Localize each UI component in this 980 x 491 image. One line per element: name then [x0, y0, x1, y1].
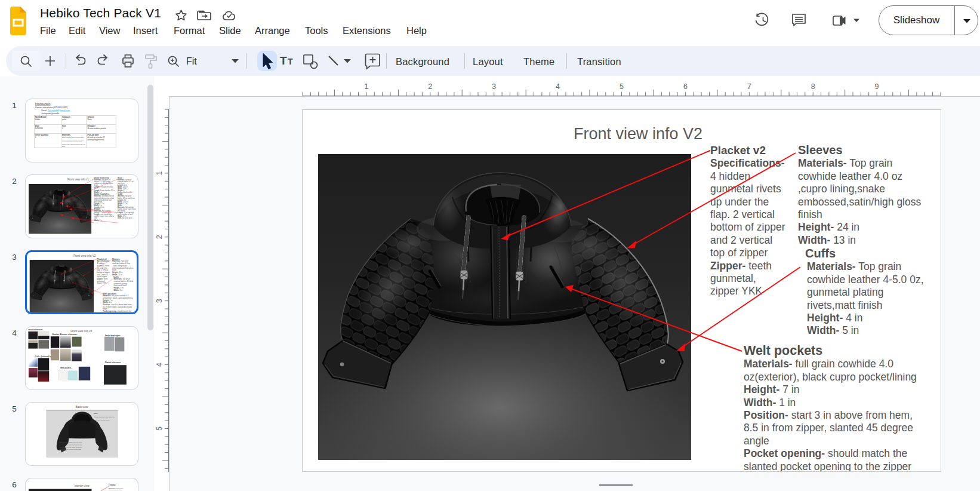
- svg-text:Fit: Fit: [186, 56, 197, 66]
- svg-text:T: T: [288, 57, 293, 66]
- svg-text:T: T: [280, 54, 287, 67]
- svg-text:5: 5: [155, 426, 164, 431]
- svg-text:1: 1: [155, 171, 164, 175]
- svg-text:4: 4: [155, 363, 164, 367]
- svg-text:1: 1: [364, 82, 368, 91]
- svg-text:3: 3: [492, 82, 496, 91]
- svg-text:2: 2: [155, 235, 164, 239]
- svg-text:7: 7: [747, 82, 751, 91]
- svg-text:8: 8: [811, 82, 815, 91]
- svg-text:2: 2: [428, 82, 432, 91]
- svg-text:9: 9: [875, 82, 879, 91]
- svg-text:3: 3: [155, 299, 164, 303]
- svg-text:4: 4: [556, 82, 560, 91]
- svg-text:6: 6: [683, 82, 688, 91]
- svg-text:5: 5: [620, 82, 624, 91]
